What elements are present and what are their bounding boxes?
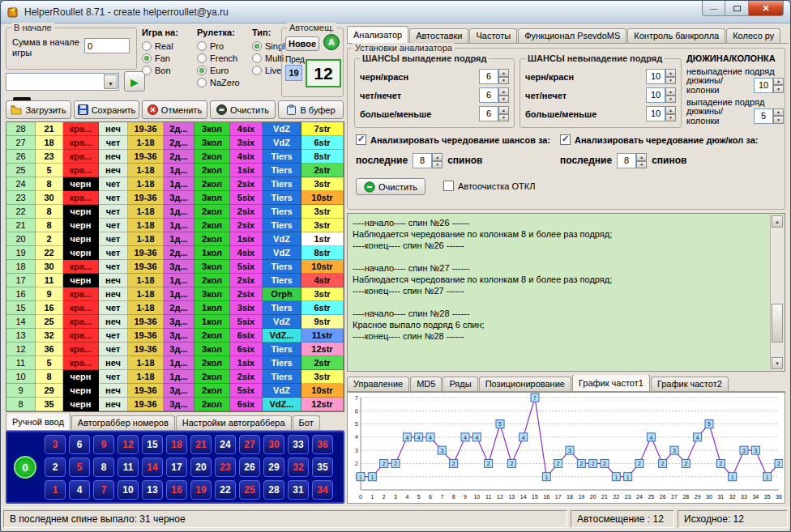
- spinner-up-icon[interactable]: [665, 69, 676, 77]
- spin-row[interactable]: 2330кра...чет19-363д...3кол5sixTiers10st…: [6, 191, 344, 205]
- number-button-28[interactable]: 28: [263, 480, 284, 500]
- number-button-36[interactable]: 36: [312, 435, 333, 454]
- start-sum-input[interactable]: [84, 38, 130, 53]
- minimize-button[interactable]: [702, 1, 725, 16]
- radio-dot-icon[interactable]: [252, 53, 262, 63]
- maximize-button[interactable]: [725, 1, 748, 16]
- number-button-8[interactable]: 8: [93, 458, 114, 477]
- spinner-buttons[interactable]: [498, 69, 509, 84]
- spin-row[interactable]: 2623кра...неч19-362д...2кол4sixTiers8str: [6, 150, 344, 164]
- radio-option-nazero[interactable]: NaZero: [197, 76, 250, 88]
- spinner-up-icon[interactable]: [665, 106, 676, 114]
- spinner-up-icon[interactable]: [498, 106, 509, 114]
- number-button-11[interactable]: 11: [118, 458, 139, 477]
- spinner-value[interactable]: 10: [646, 106, 665, 121]
- new-button[interactable]: Новое: [285, 36, 319, 51]
- number-button-26[interactable]: 26: [239, 458, 260, 477]
- spinner-value[interactable]: 10: [754, 78, 773, 93]
- number-button-6[interactable]: 6: [69, 435, 90, 454]
- spinner[interactable]: 5: [754, 109, 784, 124]
- number-button-13[interactable]: 13: [142, 480, 163, 500]
- radio-option-euro[interactable]: Euro: [197, 64, 250, 76]
- preset-combobox[interactable]: [6, 73, 119, 91]
- spinner-value[interactable]: 6: [479, 87, 498, 103]
- spin-row[interactable]: 835черннеч19-363д...2кол6sixVdZ...12str: [6, 398, 344, 411]
- radio-dot-icon[interactable]: [142, 53, 152, 63]
- number-button-9[interactable]: 9: [93, 435, 114, 454]
- spin-row[interactable]: 228чернчет1-181д...2кол2sixTiers3str: [6, 205, 344, 219]
- spinner-value[interactable]: 8: [413, 153, 432, 168]
- toolbar-button-save[interactable]: Сохранить: [74, 100, 139, 119]
- radio-dot-icon[interactable]: [197, 53, 207, 63]
- spin-row[interactable]: 169кра...неч1-181д...3кол2sixOrph3str: [6, 287, 344, 301]
- spin-row[interactable]: 1332кра...чет19-363д...2кол6sixVdZ...11s…: [6, 329, 344, 343]
- number-button-18[interactable]: 18: [166, 435, 187, 454]
- spinner-buttons[interactable]: [665, 87, 676, 103]
- close-button[interactable]: [748, 1, 784, 16]
- spin-row[interactable]: 115кра...неч1-181д...2кол1sixTiers2str: [6, 356, 344, 370]
- number-button-25[interactable]: 25: [239, 480, 260, 500]
- tab-md5[interactable]: MD5: [410, 377, 442, 391]
- spin-row[interactable]: 255кра...неч1-181д...2кол1sixTiers2str: [6, 164, 344, 177]
- tab-автоставки[interactable]: Автоставки: [409, 28, 468, 43]
- tab-график-частот1[interactable]: График частот1: [572, 375, 650, 391]
- number-button-29[interactable]: 29: [263, 458, 284, 477]
- spin-row[interactable]: 2718кра...чет1-182д...3кол3sixVdZ6str: [6, 136, 344, 150]
- number-button-31[interactable]: 31: [288, 480, 309, 500]
- spinner-down-icon[interactable]: [636, 161, 647, 169]
- spin-row[interactable]: 1922чернчет19-362д...1кол4sixVdZ8str: [6, 246, 344, 260]
- scroll-down-icon[interactable]: [772, 357, 783, 369]
- autoclean-checkbox[interactable]: [443, 181, 454, 191]
- spin-row[interactable]: 108чернчет1-181д...2кол2sixTiers3str: [6, 370, 344, 384]
- spinner-down-icon[interactable]: [432, 161, 443, 169]
- spinner-buttons[interactable]: [498, 106, 509, 121]
- spinner-down-icon[interactable]: [773, 116, 784, 124]
- number-button-12[interactable]: 12: [118, 435, 139, 454]
- tab-график-частот2[interactable]: График частот2: [651, 377, 729, 391]
- spinner-buttons[interactable]: [773, 109, 784, 124]
- radio-dot-icon[interactable]: [252, 41, 262, 51]
- number-button-17[interactable]: 17: [166, 458, 187, 477]
- tab-ряды[interactable]: Ряды: [443, 377, 477, 391]
- clear-log-button[interactable]: Очистить: [356, 178, 425, 195]
- spinner[interactable]: 6: [479, 87, 509, 103]
- spinner-down-icon[interactable]: [665, 114, 676, 122]
- radio-dot-icon[interactable]: [197, 66, 207, 75]
- radio-dot-icon[interactable]: [197, 41, 207, 51]
- toolbar-button-clean[interactable]: Очистить: [210, 100, 276, 119]
- tab-позиционирование[interactable]: Позиционирование: [479, 377, 571, 391]
- tab-частоты[interactable]: Частоты: [469, 28, 517, 43]
- spinner[interactable]: 10: [754, 78, 784, 93]
- number-button-30[interactable]: 30: [263, 435, 284, 454]
- number-button-10[interactable]: 10: [118, 480, 139, 500]
- radio-dot-icon[interactable]: [252, 66, 262, 75]
- spinner-up-icon[interactable]: [498, 69, 509, 77]
- spin-row[interactable]: 929черннеч19-363д...2кол5sixVdZ10str: [6, 384, 344, 398]
- tab-контроль-банкролла[interactable]: Контроль банкролла: [627, 28, 725, 43]
- number-button-23[interactable]: 23: [215, 458, 236, 477]
- spinner[interactable]: 10: [646, 69, 676, 84]
- spin-row[interactable]: 1425кра...неч19-363д...1кол5sixVdZ9str: [6, 315, 344, 329]
- spinner-buttons[interactable]: [432, 153, 443, 168]
- spinner-value[interactable]: 6: [479, 106, 498, 121]
- spinner-down-icon[interactable]: [665, 77, 676, 85]
- spinner-up-icon[interactable]: [773, 78, 784, 86]
- tab-анализатор[interactable]: Анализатор: [347, 26, 408, 43]
- spinner[interactable]: 6: [479, 69, 509, 84]
- number-button-24[interactable]: 24: [215, 435, 236, 454]
- number-button-20[interactable]: 20: [190, 458, 212, 477]
- tab-управление[interactable]: Управление: [347, 377, 409, 391]
- radio-dot-icon[interactable]: [142, 66, 152, 75]
- spinner-up-icon[interactable]: [636, 153, 647, 161]
- spinner-down-icon[interactable]: [498, 96, 509, 104]
- number-button-3[interactable]: 3: [45, 435, 66, 454]
- toolbar-button-clipboard[interactable]: В буфер: [278, 100, 344, 119]
- spin-row[interactable]: 1830кра...чет19-363д...3кол5sixTiers10st…: [6, 260, 344, 274]
- spinner-value[interactable]: 10: [646, 87, 665, 103]
- tab-настройки-автограббера[interactable]: Настройки автограббера: [176, 415, 292, 430]
- analyze-chances-checkbox[interactable]: [356, 134, 366, 145]
- tab-функционал-psevdoms[interactable]: Функционал PsevdoMS: [518, 28, 626, 43]
- number-button-14[interactable]: 14: [142, 458, 163, 477]
- number-button-22[interactable]: 22: [215, 480, 236, 500]
- spin-row[interactable]: 1711черннеч1-181д...2кол2sixTiers4str: [6, 274, 344, 287]
